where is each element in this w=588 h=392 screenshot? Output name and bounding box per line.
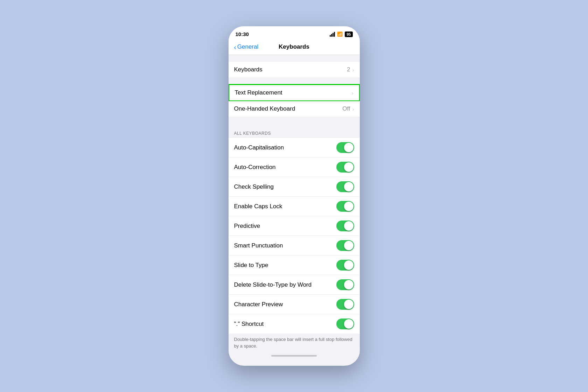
text-replacement-chevron-icon: ›: [352, 90, 354, 96]
toggle-knob: [344, 319, 354, 329]
toggle-knob: [344, 300, 354, 309]
toggle-knob: [344, 182, 354, 191]
smart-punctuation-item: Smart Punctuation: [229, 236, 360, 255]
enable-caps-lock-label: Enable Caps Lock: [234, 203, 336, 210]
home-bar: [271, 355, 317, 357]
back-button[interactable]: ‹ General: [234, 43, 259, 50]
one-handed-keyboard-item[interactable]: One-Handed Keyboard Off ›: [229, 101, 360, 117]
enable-caps-lock-toggle[interactable]: [336, 201, 354, 212]
character-preview-item: Character Preview: [229, 295, 360, 314]
one-handed-value: Off: [342, 105, 350, 112]
phone-frame: 10:30 📶 95 ‹ General Keyboards Keyboards…: [229, 26, 360, 365]
auto-capitalisation-item: Auto-Capitalisation: [229, 138, 360, 158]
nav-title: Keyboards: [279, 43, 309, 50]
nav-bar: ‹ General Keyboards: [229, 41, 360, 55]
one-handed-label: One-Handed Keyboard: [234, 105, 343, 112]
smart-punctuation-label: Smart Punctuation: [234, 242, 336, 249]
toggle-knob: [344, 221, 354, 231]
shortcut-label: "." Shortcut: [234, 321, 336, 328]
predictive-toggle[interactable]: [336, 220, 354, 231]
slide-to-type-toggle[interactable]: [336, 260, 354, 271]
smart-punctuation-toggle[interactable]: [336, 240, 354, 251]
wifi-icon: 📶: [337, 31, 343, 37]
auto-correction-toggle[interactable]: [336, 162, 354, 173]
toggle-knob: [344, 241, 354, 250]
slide-to-type-label: Slide to Type: [234, 262, 336, 269]
toggle-knob: [344, 143, 354, 152]
character-preview-toggle[interactable]: [336, 299, 354, 310]
chevron-left-icon: ‹: [234, 44, 236, 50]
toggle-knob: [344, 280, 354, 289]
enable-caps-lock-item: Enable Caps Lock: [229, 197, 360, 216]
gap-top: [229, 55, 360, 62]
shortcut-item: "." Shortcut: [229, 314, 360, 334]
auto-correction-item: Auto-Correction: [229, 158, 360, 177]
auto-capitalisation-toggle[interactable]: [336, 142, 354, 153]
keyboards-item[interactable]: Keyboards 2 ›: [229, 62, 360, 77]
keyboards-chevron-icon: ›: [352, 67, 354, 73]
back-label: General: [237, 43, 258, 50]
keyboards-value: 2: [347, 66, 350, 73]
home-indicator: [229, 351, 360, 359]
toggle-knob: [344, 202, 354, 211]
keyboards-section: Keyboards 2 ›: [229, 62, 360, 77]
auto-correction-label: Auto-Correction: [234, 164, 336, 171]
check-spelling-label: Check Spelling: [234, 183, 336, 190]
one-handed-chevron-icon: ›: [352, 106, 354, 112]
predictive-label: Predictive: [234, 223, 336, 230]
character-preview-label: Character Preview: [234, 301, 336, 308]
text-replacement-label: Text Replacement: [235, 89, 352, 96]
all-keyboards-section-label: ALL KEYBOARDS: [229, 129, 360, 138]
auto-capitalisation-label: Auto-Capitalisation: [234, 144, 336, 151]
slide-to-type-item: Slide to Type: [229, 255, 360, 275]
check-spelling-toggle[interactable]: [336, 181, 354, 192]
status-icons: 📶 95: [330, 31, 352, 37]
keyboards-label: Keyboards: [234, 66, 347, 73]
text-replacement-item[interactable]: Text Replacement ›: [229, 84, 360, 102]
delete-slide-to-type-label: Delete Slide-to-Type by Word: [234, 281, 336, 288]
delete-slide-to-type-item: Delete Slide-to-Type by Word: [229, 275, 360, 295]
gap-middle: [229, 77, 360, 84]
predictive-item: Predictive: [229, 216, 360, 236]
middle-section: Text Replacement › One-Handed Keyboard O…: [229, 84, 360, 117]
status-time: 10:30: [236, 31, 249, 37]
delete-slide-to-type-toggle[interactable]: [336, 279, 354, 290]
all-keyboards-list: Auto-Capitalisation Auto-Correction Chec…: [229, 138, 360, 334]
toggle-knob: [344, 260, 354, 270]
content: Keyboards 2 › Text Replacement › One-Han…: [229, 55, 360, 358]
gap-all-keyboards: [229, 117, 360, 129]
check-spelling-item: Check Spelling: [229, 177, 360, 197]
shortcut-toggle[interactable]: [336, 318, 354, 329]
battery-icon: 95: [345, 31, 352, 37]
status-bar: 10:30 📶 95: [229, 26, 360, 41]
toggle-knob: [344, 162, 354, 172]
signal-bars-icon: [330, 32, 335, 37]
footer-text: Double-tapping the space bar will insert…: [229, 334, 360, 350]
